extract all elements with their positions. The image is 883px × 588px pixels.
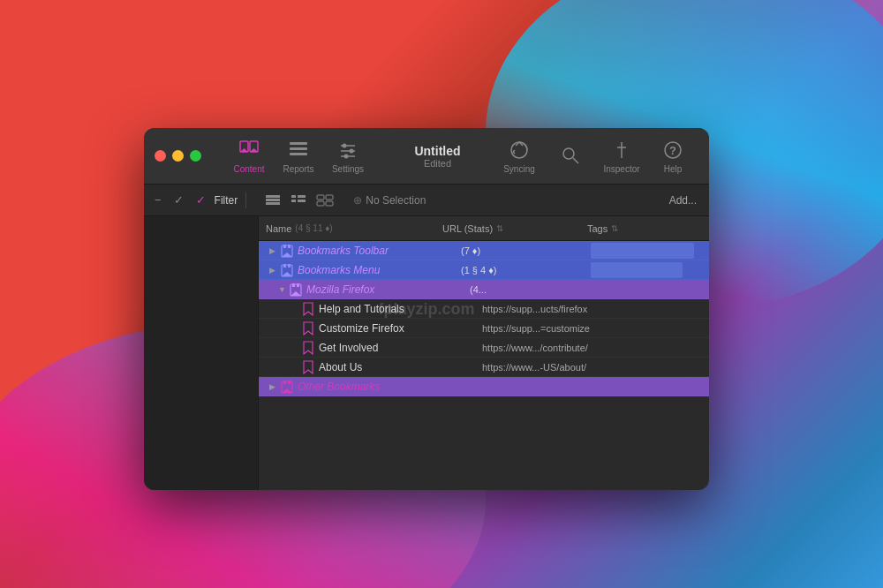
expand-arrow[interactable]: ▶ (269, 246, 280, 255)
window-subtitle: Edited (424, 158, 451, 169)
svg-rect-46 (297, 283, 299, 287)
row-tags (591, 301, 706, 317)
filter-area: Filter (215, 194, 238, 207)
svg-rect-24 (266, 195, 280, 198)
svg-rect-30 (298, 200, 306, 202)
help-toolbar-button[interactable]: ? Help (647, 138, 698, 174)
row-name: About Us (319, 361, 482, 373)
row-name: Customize Firefox (319, 322, 482, 335)
svg-marker-48 (304, 322, 313, 335)
syncing-toolbar-button[interactable]: Syncing (494, 138, 545, 174)
svg-rect-53 (283, 381, 286, 384)
svg-point-8 (343, 144, 347, 148)
row-url: (7 ♦) (461, 245, 591, 256)
table-row[interactable]: ▶ Other Bookmarks (259, 377, 709, 396)
expand-arrow[interactable]: ▶ (269, 266, 280, 275)
row-tags (591, 379, 706, 395)
inspector-toolbar-button[interactable]: Inspector (596, 138, 647, 174)
table-row[interactable]: Help and Tutorials https://supp...ucts/f… (259, 299, 709, 319)
svg-line-17 (513, 152, 515, 154)
col-name-stats: (4 § 11 ♦) (295, 223, 332, 233)
col-url-header: URL (Stats) ⇅ (442, 223, 587, 234)
svg-rect-34 (326, 201, 333, 206)
settings-toolbar-button[interactable]: Settings (323, 134, 373, 177)
sidebar (144, 216, 259, 490)
table-row[interactable]: Get Involved https://www.../contribute/ (259, 338, 709, 358)
svg-point-10 (350, 149, 354, 154)
sort-arrows[interactable]: ⇅ (496, 223, 503, 233)
table-row[interactable]: About Us https://www...-US/about/ (259, 358, 709, 377)
content-label: Content (233, 164, 264, 174)
expand-arrow[interactable]: ▼ (278, 285, 289, 294)
toolbar-right: Syncing Inspector (494, 138, 698, 174)
maximize-button[interactable] (190, 150, 201, 162)
svg-rect-27 (291, 195, 296, 198)
minus-button[interactable]: − (151, 192, 165, 208)
inspector-label: Inspector (603, 164, 639, 174)
row-tags (591, 359, 706, 375)
window-title-area: Untitled Edited (381, 144, 494, 169)
search-icon (558, 143, 583, 168)
col-tags-text: Tags (587, 223, 608, 234)
minimize-button[interactable] (172, 150, 184, 162)
svg-marker-40 (282, 272, 292, 276)
card-view-button[interactable] (313, 192, 337, 208)
row-name: Get Involved (319, 342, 482, 354)
row-name: Other Bookmarks (298, 381, 461, 393)
row-url: https://www.../contribute/ (482, 343, 591, 353)
row-name: Mozilla Firefox (306, 283, 470, 296)
content-icon (237, 138, 261, 162)
col-name-header: Name (4 § 11 ♦) (266, 223, 442, 234)
svg-line-19 (573, 158, 578, 163)
svg-rect-41 (283, 264, 286, 268)
titlebar: Content Reports (144, 128, 709, 185)
svg-rect-6 (290, 153, 307, 155)
checkmark-button[interactable]: ✓ (170, 192, 187, 208)
row-tags (591, 320, 706, 336)
filter-checkmark[interactable]: ✓ (192, 192, 209, 208)
inspector-icon (609, 138, 634, 162)
reports-toolbar-button[interactable]: Reports (274, 134, 323, 177)
row-tags (591, 262, 706, 278)
svg-point-12 (344, 155, 349, 159)
table-row[interactable]: ▶ Bookmarks Toolbar (7 ♦) (259, 241, 709, 260)
col-name-text: Name (266, 223, 291, 234)
table-row[interactable]: ▶ Bookmarks Menu (1 § 4 ♦) (259, 260, 709, 280)
col-url-text: URL (Stats) (442, 223, 493, 234)
svg-rect-26 (266, 202, 280, 205)
table-row[interactable]: ▼ Mozilla Firefox (4... (259, 280, 709, 299)
no-selection-text: No Selection (366, 194, 426, 207)
divider-1 (245, 192, 246, 208)
svg-rect-29 (291, 200, 296, 202)
detail-view-button[interactable] (287, 192, 310, 208)
reports-icon (286, 138, 311, 162)
list-view-button[interactable] (261, 192, 284, 208)
svg-rect-31 (317, 195, 324, 200)
svg-rect-4 (290, 142, 307, 145)
table-row[interactable]: Customize Firefox https://supp...=custom… (259, 319, 709, 338)
svg-marker-44 (291, 291, 301, 296)
main-table: Name (4 § 11 ♦) URL (Stats) ⇅ Tags ⇅ ▶ (259, 216, 709, 490)
svg-rect-28 (298, 195, 306, 198)
view-buttons (261, 192, 337, 208)
expand-arrow[interactable]: ▶ (269, 382, 280, 391)
search-toolbar-button[interactable] (545, 143, 596, 170)
svg-rect-5 (290, 147, 307, 150)
row-tags (591, 282, 706, 298)
tags-sort-arrows[interactable]: ⇅ (611, 223, 618, 233)
svg-rect-45 (292, 283, 295, 287)
content-toolbar-button[interactable]: Content (224, 134, 274, 177)
add-button[interactable]: Add... (664, 192, 702, 208)
filter-label: Filter (215, 194, 238, 207)
svg-rect-33 (317, 201, 324, 206)
svg-rect-42 (288, 264, 291, 268)
svg-marker-52 (282, 388, 292, 393)
svg-line-16 (513, 150, 515, 152)
row-url: https://www...-US/about/ (482, 362, 591, 373)
close-button[interactable] (155, 150, 166, 162)
reports-label: Reports (283, 164, 313, 174)
svg-marker-3 (250, 148, 258, 152)
svg-rect-25 (266, 199, 280, 201)
row-tags (591, 243, 706, 259)
svg-rect-38 (288, 245, 291, 248)
